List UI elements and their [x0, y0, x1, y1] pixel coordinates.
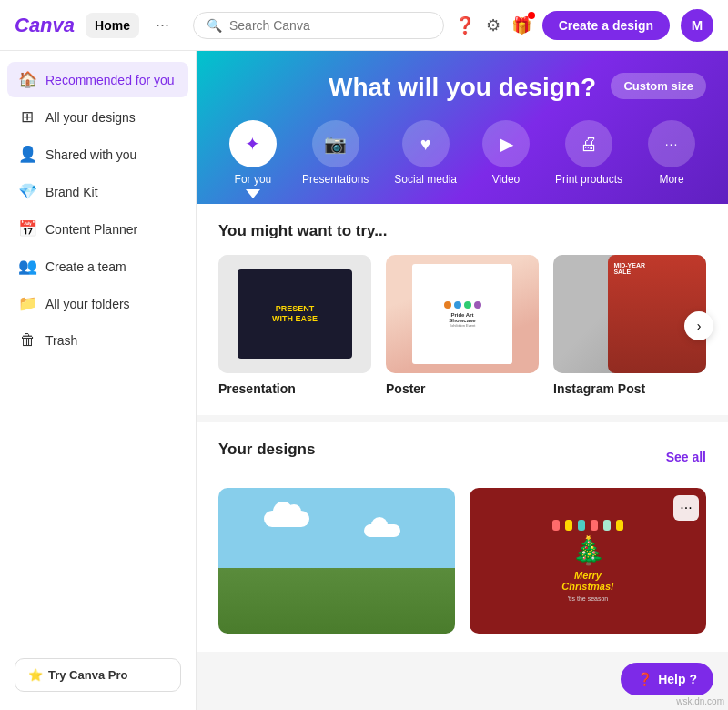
cloud1: [264, 511, 309, 527]
more-label: More: [659, 173, 683, 186]
try-cards: PRESENTWITH EASE Presentation: [218, 255, 706, 397]
presentation-inner: PRESENTWITH EASE: [238, 269, 352, 359]
try-card-presentation[interactable]: PRESENTWITH EASE Presentation: [218, 255, 371, 397]
sidebar-label-team: Create a team: [46, 259, 126, 274]
gift-icon[interactable]: 🎁: [511, 15, 531, 36]
grid-icon: ⊞: [18, 107, 36, 127]
season-text: 'tis the season: [568, 595, 609, 602]
designs-section: Your designs See all: [197, 422, 728, 652]
search-bar: 🔍: [193, 12, 444, 39]
category-presentations[interactable]: 📷 Presentations: [302, 120, 369, 186]
create-design-button[interactable]: Create a design: [542, 11, 670, 40]
custom-size-button[interactable]: Custom size: [611, 73, 706, 99]
see-all-button[interactable]: See all: [666, 450, 706, 464]
carousel-next-button[interactable]: ›: [684, 311, 713, 340]
design-card-landscape[interactable]: [218, 488, 455, 634]
for-you-label: For you: [235, 173, 272, 186]
home-nav-label: Home: [95, 18, 130, 33]
poster-title: Pride ArtShowcase: [449, 312, 475, 323]
sidebar-item-brand[interactable]: 💎 Brand Kit: [7, 174, 188, 209]
christmas-lights: [552, 520, 623, 531]
poster-card-image: Pride ArtShowcase Exhibition Event: [386, 255, 539, 373]
sidebar-item-team[interactable]: 👥 Create a team: [7, 248, 188, 284]
print-label: Print products: [555, 173, 622, 186]
more-icon: ···: [648, 120, 695, 167]
poster-label: Poster: [386, 381, 426, 396]
social-media-label: Social media: [394, 173, 457, 186]
design-categories: ✦ For you 📷 Presentations ♥ Social media…: [226, 120, 699, 186]
try-card-instagram[interactable]: MID-YEARSALE Instagram Post: [553, 255, 706, 397]
christmas-bg: 🎄 Merry Christmas! 'tis the season: [470, 488, 706, 634]
category-video[interactable]: ▶ Video: [482, 120, 530, 186]
folder-icon: 📁: [18, 294, 36, 313]
sidebar-item-shared[interactable]: 👤 Shared with you: [7, 137, 188, 172]
poster-inner: Pride ArtShowcase Exhibition Event: [412, 264, 511, 365]
christmas-text: Christmas!: [561, 581, 613, 592]
trash-icon: 🗑: [18, 331, 36, 350]
print-icon: 🖨: [565, 120, 612, 167]
help-button[interactable]: ❓ Help ?: [621, 663, 713, 695]
sidebar: 🏠 Recommended for you ⊞ All your designs…: [0, 51, 197, 710]
video-label: Video: [492, 173, 520, 186]
home-nav[interactable]: Home: [86, 13, 139, 38]
watermark: wsk.dn.com: [676, 696, 724, 706]
presentations-label: Presentations: [302, 173, 369, 186]
star-icon: ⭐: [28, 668, 43, 682]
sidebar-label-planner: Content Planner: [46, 222, 137, 237]
sidebar-label-shared: Shared with you: [46, 147, 136, 162]
try-card-poster[interactable]: Pride ArtShowcase Exhibition Event Poste…: [386, 255, 539, 397]
sidebar-label-brand: Brand Kit: [46, 185, 98, 199]
poster-dots: [444, 301, 481, 309]
sidebar-item-all-designs[interactable]: ⊞ All your designs: [7, 99, 188, 135]
gift-badge: [528, 12, 535, 19]
try-section-title: You might want to try...: [218, 222, 706, 240]
sidebar-label-folders: All your folders: [46, 297, 130, 311]
landscape-image: [218, 488, 455, 634]
category-social-media[interactable]: ♥ Social media: [394, 120, 457, 186]
designs-header: Your designs See all: [218, 441, 706, 473]
poster-subtitle: Exhibition Event: [450, 323, 476, 328]
try-pro-label: Try Canva Pro: [48, 668, 127, 682]
try-canva-pro-button[interactable]: ⭐ Try Canva Pro: [15, 658, 181, 692]
sidebar-item-planner[interactable]: 📅 Content Planner: [7, 211, 188, 247]
home-icon: 🏠: [18, 70, 36, 89]
card-menu-button[interactable]: ···: [673, 495, 699, 521]
team-icon: 👥: [18, 257, 36, 276]
presentation-text: PRESENTWITH EASE: [272, 304, 318, 324]
presentation-bg: PRESENTWITH EASE: [218, 255, 371, 373]
canva-logo[interactable]: Canva: [15, 14, 75, 37]
instagram-bg: MID-YEARSALE: [553, 255, 706, 373]
person-icon: 👤: [18, 145, 36, 164]
poster-bg: Pride ArtShowcase Exhibition Event: [386, 255, 539, 373]
avatar[interactable]: M: [681, 9, 713, 42]
try-section: You might want to try... PRESENTWITH EAS…: [197, 204, 728, 415]
presentation-label: Presentation: [218, 381, 296, 396]
category-for-you[interactable]: ✦ For you: [229, 120, 277, 186]
design-card-christmas[interactable]: 🎄 Merry Christmas! 'tis the season ···: [470, 488, 706, 634]
settings-icon[interactable]: ⚙: [486, 15, 500, 36]
category-print[interactable]: 🖨 Print products: [555, 120, 622, 186]
main-layout: 🏠 Recommended for you ⊞ All your designs…: [0, 51, 728, 710]
christmas-image: 🎄 Merry Christmas! 'tis the season: [470, 488, 706, 634]
merry-text: Merry: [574, 570, 602, 581]
hero-banner: What will you design? Custom size ✦ For …: [197, 51, 728, 204]
presentations-icon: 📷: [312, 120, 359, 167]
search-icon: 🔍: [207, 18, 222, 33]
sidebar-label-all-designs: All your designs: [46, 110, 136, 125]
sidebar-item-recommended[interactable]: 🏠 Recommended for you: [7, 62, 188, 97]
sidebar-item-folders[interactable]: 📁 All your folders: [7, 286, 188, 321]
help-icon: ❓: [637, 672, 652, 686]
instagram-label: Instagram Post: [553, 381, 645, 396]
presentation-card-image: PRESENTWITH EASE: [218, 255, 371, 373]
christmas-tree-icon: 🎄: [571, 534, 605, 566]
sidebar-label-trash: Trash: [46, 333, 77, 348]
search-input[interactable]: [229, 18, 430, 33]
your-designs-title: Your designs: [218, 441, 315, 459]
category-more[interactable]: ··· More: [648, 120, 695, 186]
cloud2: [364, 524, 400, 537]
sidebar-item-trash[interactable]: 🗑 Trash: [7, 323, 188, 358]
more-nav-btn[interactable]: ···: [150, 12, 175, 38]
instagram-text: MID-YEARSALE: [608, 255, 706, 282]
design-cards: 🎄 Merry Christmas! 'tis the season ···: [218, 488, 706, 634]
help-icon[interactable]: ❓: [455, 15, 475, 36]
